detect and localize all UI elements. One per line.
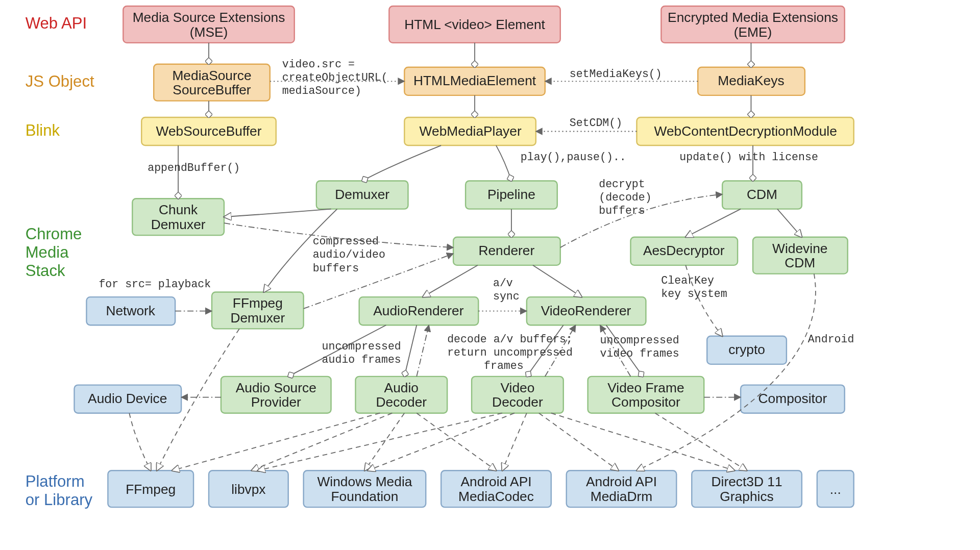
box-vdec: VideoDecoder [472,377,564,413]
ann-decrypt-1: decrypt [599,178,645,190]
svg-text:Compositor: Compositor [611,394,680,410]
svg-text:HTML <video> Element: HTML <video> Element [404,17,545,32]
layer-cms-3: Stack [26,262,65,280]
ann-createurl-2: createObjectURL( [282,71,388,84]
box-adev: Audio Device [75,385,182,413]
svg-text:AudioRenderer: AudioRenderer [373,303,463,318]
svg-text:FFmpeg: FFmpeg [126,482,176,497]
svg-text:VideoRenderer: VideoRenderer [541,303,631,318]
box-d3d: Direct3D 11Graphics [692,470,802,507]
box-aesdec: AesDecryptor [630,237,738,265]
ann-compav-2: audio/video [313,248,385,261]
box-network: Network [86,297,175,325]
ann-clearkey-2: key system [661,288,727,300]
svg-text:WebContentDecryptionModule: WebContentDecryptionModule [654,123,837,139]
svg-text:CDM: CDM [785,255,815,270]
ann-decret-1: decode a/v buffers; [447,333,573,345]
layer-jsobj: JS Object [26,72,94,90]
ann-decret-2: return uncompressed [447,346,573,359]
ann-decret-3: frames [484,360,524,372]
ann-srcplay: for src= playback [99,278,211,290]
svg-text:MediaCodec: MediaCodec [458,489,534,504]
svg-text:Direct3D 11: Direct3D 11 [712,474,782,489]
svg-text:Windows Media: Windows Media [317,474,412,489]
ann-uvf-2: video frames [600,348,679,360]
ann-compav-3: buffers [313,262,359,274]
ann-clearkey-1: ClearKey [661,274,714,287]
ann-playpause: play(),pause().. [521,151,626,163]
svg-text:crypto: crypto [728,342,765,357]
box-crypto: crypto [707,336,787,364]
layer-plat-2: or Library [26,491,93,509]
svg-text:MediaDrm: MediaDrm [591,489,653,504]
box-mse: Media Source Extensions(MSE) [123,6,294,43]
svg-text:Audio Source: Audio Source [236,380,316,395]
svg-text:Demuxer: Demuxer [151,217,206,232]
svg-text:Demuxer: Demuxer [335,187,389,202]
svg-text:...: ... [830,482,841,497]
box-comp: Compositor [741,385,845,413]
ann-append: appendBuffer() [148,162,240,174]
svg-text:Decoder: Decoder [376,394,427,410]
svg-text:HTMLMediaElement: HTMLMediaElement [413,73,536,88]
box-demuxer: Demuxer [316,181,408,209]
svg-text:libvpx: libvpx [231,482,265,497]
layer-cms-2: Media [26,243,69,261]
layer-webapi: Web API [26,14,87,32]
svg-text:Video: Video [500,380,534,395]
ann-uaf-1: uncompressed [322,340,401,353]
ann-compav-1: compressed [313,235,379,247]
ann-android: Android [808,333,854,345]
box-mssb: MediaSourceSourceBuffer [154,64,270,101]
svg-text:Renderer: Renderer [478,243,534,258]
svg-text:Graphics: Graphics [720,489,773,504]
box-adrm: Android APIMediaDrm [567,470,677,507]
box-vrender: VideoRenderer [527,297,646,325]
svg-text:Android API: Android API [460,474,531,489]
svg-text:AesDecryptor: AesDecryptor [643,243,725,258]
layer-plat-1: Platform [26,472,85,490]
svg-text:WebSourceBuffer: WebSourceBuffer [156,123,262,139]
box-cdm: CDM [722,181,802,209]
box-more: ... [817,470,854,507]
ann-setcdm: SetCDM() [570,117,622,129]
box-asp: Audio SourceProvider [221,377,331,413]
box-adec: AudioDecoder [355,377,447,413]
box-libvpx: libvpx [209,470,288,507]
box-video: HTML <video> Element [389,6,560,43]
ann-update: update() with license [679,151,818,163]
box-wmp: WebMediaPlayer [404,117,536,145]
svg-text:SourceBuffer: SourceBuffer [173,82,251,97]
svg-text:Compositor: Compositor [758,391,827,406]
svg-text:Audio Device: Audio Device [88,391,167,406]
box-mk: MediaKeys [698,67,805,95]
svg-text:Network: Network [106,303,155,318]
box-arender: AudioRenderer [359,297,479,325]
box-wsb: WebSourceBuffer [141,117,276,145]
box-wmf: Windows MediaFoundation [304,470,426,507]
svg-text:Android API: Android API [586,474,657,489]
ann-decrypt-2: (decode) [599,191,651,204]
box-wvcdm: WidevineCDM [753,237,848,274]
box-eme: Encrypted Media Extensions(EME) [661,6,844,43]
layer-blink: Blink [26,121,60,139]
ann-avsync-1: a/v [493,277,513,289]
svg-text:Demuxer: Demuxer [230,310,285,326]
box-renderer: Renderer [453,237,560,265]
ann-uaf-2: audio frames [322,354,401,366]
svg-text:Media Source Extensions: Media Source Extensions [133,10,285,25]
ann-setmk: setMediaKeys() [570,68,662,80]
ann-createurl-1: video.src = [282,58,355,70]
svg-text:Provider: Provider [251,394,301,410]
svg-text:Pipeline: Pipeline [487,187,535,202]
svg-text:Widevine: Widevine [772,241,827,256]
ann-decrypt-3: buffers [599,205,645,217]
svg-text:WebMediaPlayer: WebMediaPlayer [420,123,522,139]
svg-text:(MSE): (MSE) [190,24,228,40]
svg-text:Decoder: Decoder [492,394,543,410]
layer-cms-1: Chrome [26,225,82,243]
svg-text:MediaSource: MediaSource [172,68,251,83]
ann-uvf-1: uncompressed [600,334,679,346]
svg-text:(EME): (EME) [734,24,772,40]
svg-text:FFmpeg: FFmpeg [233,295,283,311]
